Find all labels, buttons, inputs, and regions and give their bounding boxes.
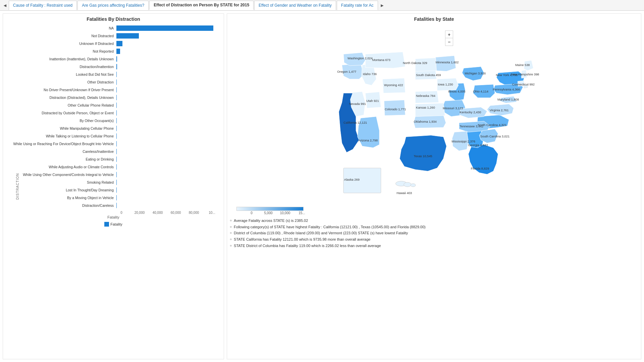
label-florida: Florida 8,829 <box>471 167 489 170</box>
tab-distraction-active[interactable]: Effect of Distraction on Person By STATE… <box>149 1 254 10</box>
bar-row: By Other Occupant(s) <box>12 117 218 124</box>
bar-row: Distraction/Inattention <box>12 63 218 70</box>
bar-label: Distraction/Careless <box>12 203 116 207</box>
bar-row: Distraction (Distracted), Details Unknow… <box>12 94 218 101</box>
tab-fatality-rate[interactable]: Fatality rate for Ac <box>337 1 378 10</box>
color-scale-tick: 15... <box>293 211 310 215</box>
bar-area <box>116 103 218 108</box>
bar-area <box>116 33 218 39</box>
bar-row: Careless/Inattentive <box>12 148 218 155</box>
bar-label: While Manipulating Cellular Phone <box>12 126 116 130</box>
bar-fill <box>116 41 122 46</box>
bar-label: By Other Occupant(s) <box>12 119 116 123</box>
bar-fill <box>116 110 117 116</box>
label-idaho: Idaho 736 <box>363 72 377 76</box>
legend-color-swatch <box>104 222 109 227</box>
label-kansas: Kansas 1,260 <box>416 106 435 109</box>
bar-label: Distracted by Outside Person, Object or … <box>12 111 116 115</box>
bar-area <box>116 141 218 146</box>
label-montana: Montana 673 <box>372 58 390 62</box>
color-scale-labels: 05,00010,00015... <box>243 211 310 215</box>
tab-gender-weather[interactable]: Effect of Gender and Weather on Fatality <box>254 1 336 10</box>
insight-text: Average Fatality across STATE (s) is 238… <box>234 218 308 224</box>
bar-label: Other Cellular Phone Related <box>12 103 116 107</box>
bar-label: Distraction/Inattention <box>12 65 116 69</box>
insight-item: ○District of Columbia (119.00) , Rhode I… <box>230 230 638 236</box>
bar-area <box>116 203 218 208</box>
tab-bar: ◄ Cause of Fatality : Restraint used Are… <box>0 0 644 11</box>
insight-bullet: ○ <box>230 218 232 223</box>
x-axis-label: 40,000 <box>149 211 167 215</box>
bar-row: Inattention (Inattentive), Details Unkno… <box>12 55 218 63</box>
bar-area <box>116 87 218 93</box>
bar-row: While Talking or Listening to Cellular P… <box>12 132 218 140</box>
tab-next-button[interactable]: ► <box>379 3 386 8</box>
state-hawaii-2[interactable] <box>404 182 411 187</box>
insight-text: Following category(s) of STATE have high… <box>234 224 426 230</box>
color-scale-bar <box>236 207 304 211</box>
bar-area <box>116 41 218 46</box>
bar-label: NA <box>12 26 116 30</box>
insight-item: ○Average Fatality across STATE (s) is 23… <box>230 218 638 224</box>
bar-row: NA <box>12 24 218 32</box>
bar-area <box>116 118 218 123</box>
bar-row: Not Distracted <box>12 32 218 40</box>
label-minnesota: Minnesota 1,602 <box>436 61 459 64</box>
tab-cause-of-fatality[interactable]: Cause of Fatality : Restraint used <box>9 1 77 10</box>
label-pennsylvania: Pennsylvania 4,366 <box>493 88 520 91</box>
bar-fill <box>116 49 120 54</box>
bar-area <box>116 25 218 31</box>
x-axis-labels: 020,00040,00060,00080,00010... <box>112 211 221 215</box>
insight-bullet: ○ <box>230 224 232 230</box>
bar-row: Other Cellular Phone Related <box>12 102 218 109</box>
bar-label: Lost In Thought/Day Dreaming <box>12 188 116 192</box>
bar-label: Inattention (Inattentive), Details Unkno… <box>12 57 116 61</box>
bar-area <box>116 157 218 162</box>
bar-chart-title: Fatalities By Distraction <box>6 16 221 22</box>
bar-fill <box>116 33 139 39</box>
tab-gas-prices[interactable]: Are Gas prices affecting Fatalities? <box>77 1 149 10</box>
bar-fill <box>116 118 117 123</box>
label-new-hampshire: New Hampshire 398 <box>511 73 539 76</box>
label-alaska: Alaska 269 <box>344 178 360 181</box>
label-maryland: Maryland 1,808 <box>497 98 519 101</box>
color-scale-container <box>236 207 638 211</box>
bar-row: Looked But Did Not See <box>12 71 218 78</box>
legend-label: Fatality <box>110 222 122 226</box>
label-nevada: Nevada 991 <box>349 102 366 106</box>
label-georgia: Georgia 4,533 <box>468 143 488 147</box>
label-mississippi: Mississippi 2,376 <box>451 140 475 143</box>
bar-area <box>116 72 218 77</box>
x-axis-label: 60,000 <box>167 211 185 215</box>
bar-label: Smoking Related <box>12 180 116 184</box>
bar-row: Smoking Related <box>12 179 218 186</box>
bar-fill <box>116 103 117 108</box>
insight-bullet: ○ <box>230 236 232 242</box>
bar-area <box>116 164 218 170</box>
state-kansas[interactable] <box>415 103 445 117</box>
label-virginia: Virginia 2,761 <box>490 109 509 112</box>
bar-area <box>116 126 218 131</box>
bar-area <box>116 49 218 54</box>
state-texas[interactable] <box>400 135 447 171</box>
bar-chart-container: NANot DistractedUnknown If DistractedNot… <box>12 24 218 209</box>
bar-row: While Using Other Component/Controls Int… <box>12 171 218 178</box>
bar-label: Careless/Inattentive <box>12 149 116 154</box>
right-panel: Fatalities by State + − <box>227 13 641 359</box>
bar-area <box>116 64 218 69</box>
label-illinois: Illinois 4,005 <box>448 90 466 93</box>
label-michigan: Michigan 3,916 <box>465 72 486 75</box>
insight-text: District of Columbia (119.00) , Rhode Is… <box>234 230 408 236</box>
tab-prev-button[interactable]: ◄ <box>1 3 9 8</box>
bar-row: Unknown If Distracted <box>12 40 218 47</box>
state-hawaii-3[interactable] <box>411 184 416 187</box>
bar-row: By a Moving Object in Vehicle <box>12 194 218 201</box>
main-content: Fatalities By Distraction DISTRACTION NA… <box>0 11 644 362</box>
label-texas: Texas 10,545 <box>414 155 432 158</box>
bar-area <box>116 180 218 185</box>
bar-area <box>116 110 218 116</box>
bar-row: No Driver Present/Unknown If Driver Pres… <box>12 86 218 94</box>
label-utah: Utah 921 <box>366 99 379 103</box>
bar-fill <box>116 79 117 85</box>
x-axis-label: 0 <box>112 211 130 215</box>
